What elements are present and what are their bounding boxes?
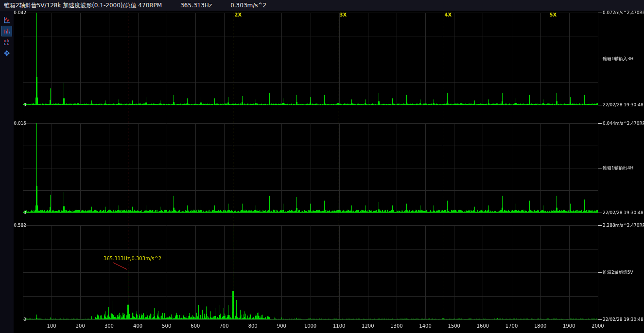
x-axis-tick-label: 200 — [70, 323, 90, 329]
chart2-range-label: 0.044m/s^2,470RPM — [603, 121, 644, 126]
x-axis-tick-label: 1300 — [387, 323, 406, 329]
x-axis-tick-label: 700 — [214, 323, 234, 329]
x-axis-tick-label: 900 — [272, 323, 291, 329]
chart3-timestamp: 22/02/28 19:30:48 — [603, 317, 644, 322]
spectrum-canvas[interactable] — [14, 11, 644, 333]
waveform-icon[interactable] — [2, 15, 12, 25]
chart1-ymax-label: 0.042 — [14, 10, 26, 15]
harmonic-cursor-label-3X[interactable]: 3X — [340, 12, 347, 17]
chart1-ymin-label: 0 — [14, 102, 26, 107]
window-title: 锥箱2轴斜齿5V/128k 加速度波形(0.1-2000)/总值 470RPM — [4, 1, 162, 10]
x-axis-tick-label: 2000 — [588, 323, 608, 329]
harmonic-cursor-label-2X[interactable]: 2X — [235, 12, 242, 17]
pan-icon[interactable]: ✥ — [2, 49, 12, 58]
spectrum-icon[interactable] — [2, 26, 12, 36]
peak-annotation: 365.313Hz,0.303m/s^2 — [104, 256, 161, 261]
chart2-ymax-label: 0.015 — [14, 121, 26, 126]
x-axis-tick-label: 1500 — [444, 323, 464, 329]
amplitude-readout: 0.303m/s^2 — [230, 2, 266, 9]
chart3-ymax-label: 0.582 — [14, 223, 26, 228]
x-axis-tick-label: 1600 — [473, 323, 492, 329]
x-axis-tick-label: 600 — [186, 323, 205, 329]
title-bar: 锥箱2轴斜齿5V/128k 加速度波形(0.1-2000)/总值 470RPM … — [0, 0, 644, 11]
x-axis-tick-label: 1800 — [531, 323, 550, 329]
chart1-channel-label: 锥箱1轴输入3H — [603, 56, 644, 61]
app-window: 锥箱2轴斜齿5V/128k 加速度波形(0.1-2000)/总值 470RPM … — [0, 0, 644, 333]
chart2-ymin-label: 0 — [14, 210, 26, 215]
main-area: ✥ 0.042 0 0.015 0 0.582 0 0.072m/s^2,470… — [0, 11, 644, 333]
x-axis-tick-label: 1000 — [301, 323, 320, 329]
frequency-readout: 365.313Hz — [180, 2, 212, 9]
multi-trace-icon[interactable] — [2, 37, 12, 47]
chart2-channel-label: 锥箱1轴输出4H — [603, 166, 644, 170]
harmonic-cursor-label-5X[interactable]: 5X — [550, 12, 557, 17]
x-axis-tick-label: 800 — [243, 323, 262, 329]
x-axis-tick-label: 500 — [157, 323, 176, 329]
tool-sidebar: ✥ — [0, 11, 14, 333]
chart1-timestamp: 22/02/28 19:30:48 — [603, 102, 644, 107]
x-axis-tick-label: 1400 — [416, 323, 435, 329]
chart3-range-label: 2.288m/s^2,470RPM — [603, 223, 644, 228]
x-axis-tick-label: 300 — [99, 323, 119, 329]
chart1-range-label: 0.072m/s^2,470RPM — [603, 10, 644, 15]
x-axis-tick-label: 1200 — [358, 323, 378, 329]
chart2-timestamp: 22/02/28 19:30:48 — [603, 210, 644, 215]
chart3-channel-label: 锥箱2轴斜齿5V — [603, 270, 644, 275]
chart3-ymin-label: 0 — [14, 317, 26, 322]
plot-region: 0.042 0 0.015 0 0.582 0 0.072m/s^2,470RP… — [14, 11, 644, 333]
x-axis-tick-label: 1700 — [502, 323, 522, 329]
x-axis-tick-label: 400 — [128, 323, 148, 329]
x-axis-tick-label: 1900 — [559, 323, 579, 329]
x-axis-tick-label: 1100 — [330, 323, 349, 329]
harmonic-cursor-label-4X[interactable]: 4X — [445, 12, 452, 17]
x-axis-tick-label: 100 — [42, 323, 61, 329]
